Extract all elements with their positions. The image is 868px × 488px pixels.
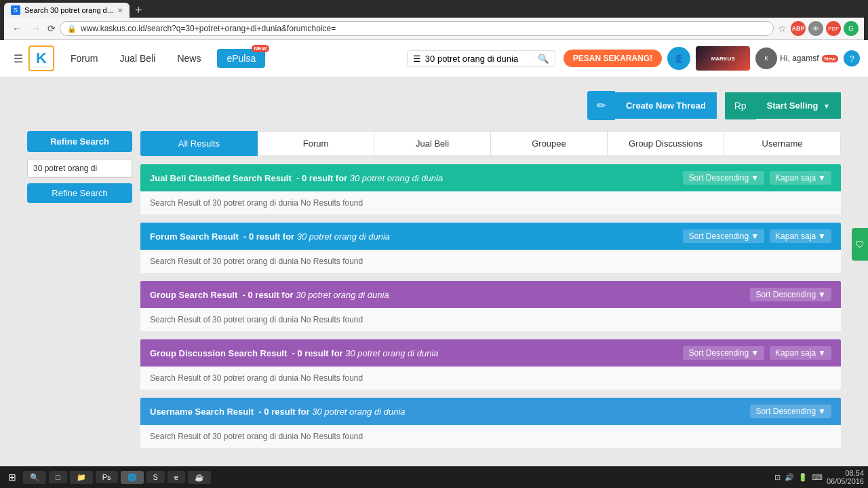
tab-close-button[interactable]: ✕ [117, 7, 123, 14]
news-nav-link[interactable]: News [166, 41, 212, 76]
url-input[interactable] [81, 24, 766, 33]
tab-username[interactable]: Username [724, 131, 841, 156]
tab-forum[interactable]: Forum [258, 131, 374, 156]
taskbar-date: 06/05/2016 [827, 477, 864, 485]
refine-search-top-button[interactable]: Refine Search [27, 131, 132, 152]
kaskus-logo[interactable]: K [28, 45, 54, 71]
lock-icon: 🔒 [67, 24, 77, 33]
user-avatar[interactable]: 👤 [667, 47, 690, 70]
forum-nav-link[interactable]: Forum [60, 41, 108, 76]
tab-group-discussions[interactable]: Group Discussions [608, 131, 724, 156]
ie-taskbar-button[interactable]: e [167, 471, 185, 483]
forum-sort-button[interactable]: Sort Descending ▼ [683, 229, 764, 243]
start-button[interactable]: ⊞ [4, 470, 20, 484]
java-taskbar-button[interactable]: ☕ [188, 471, 211, 484]
username-result-header: Username Search Result - 0 result for 30… [140, 398, 841, 425]
chrome-taskbar-button[interactable]: 🌐 [121, 471, 144, 484]
username-result-body: Search Result of 30 potret orang di duni… [140, 425, 841, 448]
taskbar-time: 08.54 [827, 469, 864, 477]
extensions: ABP 👁 PDF G [791, 21, 859, 36]
chevron-down-icon: ▼ [818, 348, 826, 358]
group-sort-button[interactable]: Sort Descending ▼ [750, 288, 831, 301]
forward-button[interactable]: → [28, 22, 43, 35]
ext4-button[interactable]: G [844, 21, 859, 36]
forum-kapan-button[interactable]: Kapan saja ▼ [770, 229, 831, 243]
promo-text: MARKUS [711, 56, 735, 62]
group-discussion-kapan-button[interactable]: Kapan saja ▼ [770, 346, 831, 360]
jual-beli-result-section: Jual Beli Classified Search Result - 0 r… [140, 164, 841, 214]
tab-bar: S Search 30 potret orang d... ✕ + [4, 3, 864, 18]
tab-jual-beli[interactable]: Jual Beli [374, 131, 491, 156]
forum-result-header: Forum Search Result - 0 result for 30 po… [140, 223, 841, 250]
network-icon: ⊡ [774, 473, 781, 482]
photoshop-taskbar-button[interactable]: Ps [96, 471, 118, 483]
group-result-header: Group Search Result - 0 result for 30 po… [140, 281, 841, 308]
chevron-down-icon: ▼ [751, 173, 759, 183]
forum-result-title: Forum Search Result - 0 result for 30 po… [150, 231, 390, 242]
group-discussion-result-section: Group Discussion Search Result - 0 resul… [140, 339, 841, 390]
search-submit-button[interactable]: 🔍 [538, 54, 549, 64]
create-thread-label: Create New Thread [615, 92, 717, 119]
start-selling-icon: Rp [725, 92, 756, 119]
new-tab-button[interactable]: + [130, 3, 148, 18]
username-result-section: Username Search Result - 0 result for 30… [140, 398, 841, 448]
reload-button[interactable]: ⟳ [47, 23, 56, 34]
hamburger-menu-button[interactable]: ☰ [8, 50, 28, 68]
back-button[interactable]: ← [9, 22, 24, 35]
search-tabs: All Results Forum Jual Beli Groupee Grou… [140, 131, 841, 156]
main-search-input[interactable] [425, 54, 534, 64]
taskbar-search-button[interactable]: 🔍 [23, 471, 46, 484]
epulsa-nav-button[interactable]: ePulsa NEW [217, 49, 265, 68]
user-info-section: K Hi, agamsf New [755, 48, 838, 69]
steam-taskbar-button[interactable]: S [146, 471, 165, 483]
main-search-box[interactable]: ☰ 🔍 [407, 50, 555, 67]
bookmark-icon[interactable]: ☆ [778, 23, 787, 34]
jual-beli-nav-link[interactable]: Jual Beli [108, 41, 166, 76]
forum-result-body: Search Result of 30 potret orang di duni… [140, 250, 841, 273]
volume-icon: 🔊 [785, 473, 794, 482]
create-thread-button[interactable]: ✏ Create New Thread [587, 91, 717, 120]
username-result-controls: Sort Descending ▼ [750, 405, 831, 418]
tab-favicon: S [11, 5, 20, 15]
tab-groupee[interactable]: Groupee [491, 131, 608, 156]
refine-search-input[interactable] [27, 159, 132, 178]
ext2-button[interactable]: 👁 [808, 21, 823, 36]
jual-beli-result-title: Jual Beli Classified Search Result - 0 r… [150, 173, 443, 183]
task-view-button[interactable]: □ [49, 471, 67, 483]
search-menu-icon: ☰ [413, 54, 421, 64]
adblock-button[interactable]: ABP [791, 21, 806, 36]
tab-title: Search 30 potret orang d... [24, 6, 113, 14]
jual-beli-result-header: Jual Beli Classified Search Result - 0 r… [140, 164, 841, 191]
promo-banner[interactable]: MARKUS [696, 46, 750, 71]
group-result-body: Search Result of 30 potret orang di duni… [140, 308, 841, 331]
main-navbar: ☰ K Forum Jual Beli News ePulsa NEW ☰ 🔍 … [0, 40, 868, 77]
jual-beli-kapan-button[interactable]: Kapan saja ▼ [770, 171, 831, 185]
results-panel: All Results Forum Jual Beli Groupee Grou… [140, 131, 841, 456]
active-tab[interactable]: S Search 30 potret orang d... ✕ [4, 3, 130, 18]
taskbar: ⊞ 🔍 □ 📁 Ps 🌐 S e ☕ ⊡ 🔊 🔋 ⌨ 08.54 06/05/2… [0, 466, 868, 488]
avatar-icon: 👤 [674, 54, 684, 63]
browser-toolbar: ← → ⟳ 🔒 ☆ ABP 👁 PDF G [4, 18, 864, 40]
help-button[interactable]: ? [844, 50, 860, 67]
refine-search-submit-button[interactable]: Refine Search [27, 183, 132, 203]
explorer-taskbar-button[interactable]: 📁 [70, 471, 93, 484]
username-sort-button[interactable]: Sort Descending ▼ [750, 405, 831, 418]
chevron-down-icon: ▼ [751, 231, 759, 241]
chevron-down-icon: ▼ [823, 102, 830, 110]
group-discussion-sort-button[interactable]: Sort Descending ▼ [683, 346, 764, 360]
action-buttons: ✏ Create New Thread Rp Start Selling ▼ [27, 91, 841, 120]
tab-all-results[interactable]: All Results [140, 131, 258, 156]
group-result-title: Group Search Result - 0 result for 30 po… [150, 290, 389, 300]
keyboard-icon: ⌨ [812, 473, 823, 482]
chevron-down-icon: ▼ [818, 231, 826, 241]
shield-security-icon[interactable]: 🛡 [852, 228, 868, 261]
address-bar[interactable]: 🔒 [60, 21, 774, 36]
group-discussion-result-title: Group Discussion Search Result - 0 resul… [150, 348, 439, 358]
logo-letter: K [36, 50, 47, 67]
forum-result-section: Forum Search Result - 0 result for 30 po… [140, 223, 841, 273]
pesan-sekarang-button[interactable]: PESAN SEKARANG! [564, 50, 662, 67]
start-selling-button[interactable]: Rp Start Selling ▼ [725, 91, 841, 120]
jual-beli-sort-button[interactable]: Sort Descending ▼ [683, 171, 764, 185]
ext3-button[interactable]: PDF [826, 21, 841, 36]
jual-beli-result-body: Search Result of 30 potret orang di duni… [140, 191, 841, 214]
